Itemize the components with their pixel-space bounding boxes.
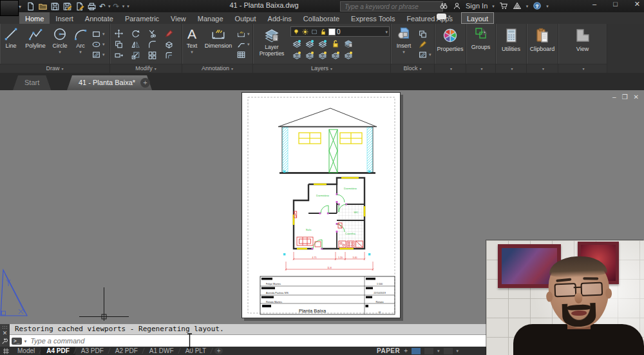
autodesk-connect-icon[interactable] [513, 1, 522, 10]
edit-block-tool[interactable] [418, 40, 431, 49]
layout-quickview-grid-icon[interactable] [2, 347, 10, 355]
ribbon-tab[interactable]: Express Tools [345, 12, 401, 24]
command-drag-handle[interactable] [2, 325, 8, 329]
layout-tab[interactable]: A0 PLT [180, 347, 213, 355]
save-icon[interactable] [50, 2, 60, 11]
table-tool[interactable] [236, 50, 250, 59]
layer-current-icon[interactable] [343, 51, 354, 60]
panel-label-clipboard[interactable]: ▾ [527, 64, 558, 73]
sign-in-button[interactable]: Sign In [466, 2, 488, 10]
ellipse-caret-icon[interactable]: ▾ [102, 42, 105, 46]
plot-icon[interactable] [87, 2, 97, 11]
circle-tool[interactable]: Circle ▾ [49, 24, 71, 64]
layer-thaw-all-icon[interactable] [317, 51, 328, 60]
file-tab-active[interactable]: 41 - Planta Baixa* ✕ [67, 75, 152, 90]
circle-caret-icon[interactable]: ▾ [59, 50, 61, 54]
recent-commands-caret-icon[interactable]: ▾ [24, 339, 27, 343]
new-drawing-tab-button[interactable]: + [140, 78, 150, 88]
panel-label-annotation[interactable]: Annotation▾ [182, 64, 252, 73]
scale-tool-icon[interactable] [131, 51, 140, 60]
rectangle-caret-icon[interactable]: ▾ [102, 32, 105, 36]
offset-tool-icon[interactable] [164, 51, 174, 60]
layer-freeze-tool-icon[interactable] [317, 39, 328, 48]
new-layout-button[interactable]: + [214, 347, 223, 354]
ribbon-tab[interactable]: Add-ins [262, 12, 298, 24]
layout-tab[interactable]: A1 DWF [144, 347, 180, 355]
panel-label-view[interactable]: ▾ [558, 64, 607, 73]
panel-clipboard[interactable]: Clipboard ▾ [527, 24, 558, 73]
undo-caret-icon[interactable]: ▾ [108, 4, 111, 8]
layout-tab[interactable]: A2 PDF [109, 347, 144, 355]
ribbon-tab[interactable]: Output [229, 12, 262, 24]
ellipse-tool[interactable]: ▾ [91, 40, 105, 49]
search-input[interactable] [343, 3, 440, 11]
ortho-caret-icon[interactable]: ▾ [457, 349, 459, 353]
stretch-tool-icon[interactable] [114, 51, 124, 60]
layer-match-icon[interactable] [343, 39, 354, 48]
undo-icon[interactable]: ↶ [99, 2, 106, 11]
ortho-toggle-icon[interactable] [444, 348, 453, 354]
redo-icon[interactable]: ↷ [113, 2, 120, 11]
layer-on-all-icon[interactable] [305, 51, 315, 60]
panel-label-properties[interactable]: ▾ [435, 64, 466, 73]
rectangle-tool[interactable]: ▾ [91, 30, 105, 39]
polyline-tool[interactable]: Polyline [22, 24, 49, 64]
help-icon[interactable] [533, 1, 542, 10]
panel-properties[interactable]: Properties ▾ [435, 24, 466, 73]
layer-unlock-icon[interactable] [319, 28, 327, 35]
array-tool-icon[interactable] [147, 51, 157, 60]
layer-off-icon[interactable] [292, 51, 302, 60]
help-caret-icon[interactable]: ▾ [546, 4, 549, 8]
app-store-cart-icon[interactable] [499, 1, 508, 10]
erase-tool-icon[interactable] [164, 29, 174, 38]
panel-label-modify[interactable]: Modify▾ [110, 64, 182, 73]
save-as-icon[interactable] [62, 2, 72, 11]
layer-lock-tool-icon[interactable] [330, 39, 341, 48]
command-close-icon[interactable]: ✕ [3, 331, 8, 336]
linear-dim-tool[interactable]: ▾ [236, 30, 250, 39]
arc-tool[interactable]: Arc ▾ [71, 24, 90, 64]
ribbon-tab[interactable]: Manage [192, 12, 229, 24]
panel-label-utilities[interactable]: ▾ [496, 64, 526, 73]
redo-caret-icon[interactable]: ▾ [122, 4, 125, 8]
application-menu-button[interactable] [0, 0, 19, 16]
sign-in-caret-icon[interactable]: ▾ [492, 4, 495, 8]
move-tool-icon[interactable] [114, 29, 124, 38]
explode-tool-icon[interactable] [164, 40, 174, 49]
layer-isolate-icon[interactable] [292, 39, 302, 48]
insert-block-button[interactable]: Insert ▾ [391, 24, 417, 64]
ribbon-tab[interactable]: View [165, 12, 192, 24]
close-button[interactable]: ✕ [634, 0, 640, 8]
snap-toggle-icon[interactable] [424, 348, 433, 354]
block-attributes-tool[interactable]: ▾ [418, 50, 431, 59]
search-icon[interactable] [439, 1, 448, 10]
panel-label-draw[interactable]: Draw▾ [0, 64, 109, 73]
command-customize-wrench-icon[interactable] [1, 338, 8, 345]
panel-label-groups[interactable]: ▾ [466, 64, 495, 73]
ribbon-tab[interactable]: Layout [461, 12, 494, 24]
minimize-button[interactable]: – [592, 0, 596, 8]
panel-view[interactable]: View ▾ [558, 24, 607, 73]
layer-thaw-sun-icon[interactable] [301, 28, 309, 35]
layer-on-bulb-icon[interactable] [292, 28, 300, 35]
ribbon-tab[interactable]: Collaborate [298, 12, 345, 24]
maximize-button[interactable]: □ [613, 0, 618, 8]
drawing-minimize-icon[interactable]: – [612, 93, 616, 101]
file-tab-start[interactable]: Start [13, 75, 51, 90]
insert-caret-icon[interactable]: ▾ [402, 50, 405, 54]
line-tool[interactable]: Line [0, 24, 22, 64]
new-file-icon[interactable] [26, 2, 35, 11]
fillet-tool-icon[interactable] [147, 40, 157, 49]
panel-label-layers[interactable]: Layers▾ [253, 64, 390, 73]
text-caret-icon[interactable]: ▾ [191, 50, 193, 54]
transfer-icon[interactable] [75, 2, 84, 11]
layer-properties-button[interactable]: Layer Properties [254, 25, 289, 57]
ribbon-tab[interactable]: Parametric [119, 12, 165, 24]
ribbon-tab[interactable]: Annotate [79, 12, 119, 24]
leader-tool[interactable]: ▾ [236, 40, 250, 49]
create-block-tool[interactable] [418, 30, 431, 39]
hatch-tool[interactable]: ▾ [91, 50, 105, 59]
help-search-box[interactable] [340, 1, 443, 12]
open-file-icon[interactable] [38, 2, 48, 11]
mirror-tool-icon[interactable] [131, 40, 140, 49]
